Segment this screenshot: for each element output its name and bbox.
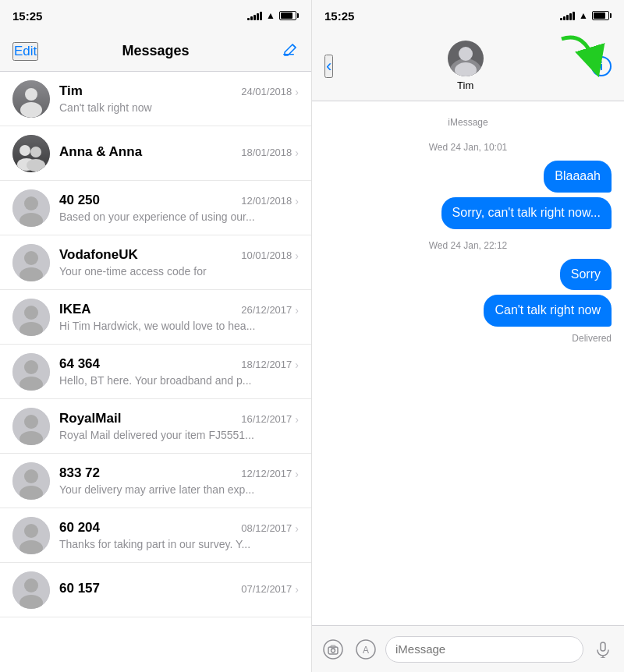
- svg-point-1: [25, 88, 37, 101]
- conv-preview-40250: Based on your experience of using our...: [59, 210, 299, 223]
- conv-date-60157: 07/12/2017: [241, 583, 292, 595]
- message-label-date2: Wed 24 Jan, 22:12: [324, 240, 612, 251]
- message-row-cant-talk: Can't talk right now: [324, 295, 612, 327]
- apps-button[interactable]: A: [353, 636, 379, 663]
- conv-name-ikea: IKEA: [59, 302, 91, 317]
- chevron-icon: ›: [295, 468, 299, 480]
- delivered-status: Delivered: [324, 333, 612, 344]
- avatar-83372: [12, 462, 50, 500]
- conv-preview-64364: Hello, BT here. Your broadband and p...: [59, 374, 299, 387]
- svg-point-16: [20, 431, 43, 445]
- status-icons-left: ▲: [247, 10, 299, 21]
- conversation-item-64364[interactable]: 64 364 18/12/2017 › Hello, BT here. Your…: [0, 345, 311, 399]
- chat-header: ‹ Tim i: [312, 31, 624, 101]
- conv-name-anna: Anna & Anna: [59, 144, 142, 160]
- back-button[interactable]: ‹: [324, 55, 333, 78]
- conv-preview-83372: Your delivery may arrive later than exp.…: [59, 483, 299, 496]
- conv-date-vodafone: 10/01/2018: [241, 249, 292, 261]
- chat-contact-info: Tim: [339, 41, 591, 91]
- conv-name-40250: 40 250: [59, 193, 100, 208]
- avatar-royalmail: [12, 408, 50, 445]
- chat-contact-name: Tim: [457, 80, 473, 91]
- svg-point-17: [24, 469, 38, 483]
- conversation-item-royalmail[interactable]: RoyalMail 16/12/2017 › Royal Mail delive…: [0, 399, 311, 454]
- svg-point-3: [20, 145, 30, 156]
- message-row-sorry-cant: Sorry, can't talk right now...: [324, 197, 612, 229]
- svg-point-24: [459, 47, 473, 61]
- wifi-icon: ▲: [266, 10, 275, 21]
- conv-date-83372: 12/12/2017: [241, 468, 292, 479]
- avatar-vodafone: [12, 244, 50, 281]
- chat-avatar-tim: [448, 41, 484, 76]
- compose-button[interactable]: [282, 41, 299, 62]
- signal-icon: [247, 11, 262, 20]
- conv-preview-tim: Can't talk right now: [59, 101, 299, 114]
- conversation-item-60157[interactable]: 60 157 07/12/2017 ›: [0, 563, 311, 617]
- conv-name-83372: 833 72: [59, 465, 100, 481]
- avatar-40250: [12, 189, 50, 227]
- svg-point-13: [24, 360, 38, 374]
- conversation-item-83372[interactable]: 833 72 12/12/2017 › Your delivery may ar…: [0, 454, 311, 508]
- conv-name-royalmail: RoyalMail: [59, 411, 121, 426]
- avatar-64364: [12, 353, 50, 391]
- conversation-item-anna[interactable]: Anna & Anna 18/01/2018 ›: [0, 126, 311, 181]
- conv-date-anna: 18/01/2018: [241, 147, 292, 158]
- chevron-icon: ›: [295, 522, 299, 535]
- conv-name-tim: Tim: [59, 83, 83, 99]
- conv-date-royalmail: 16/12/2017: [241, 413, 292, 425]
- message-bubble-sorry-cant: Sorry, can't talk right now...: [441, 197, 612, 229]
- conversation-item-ikea[interactable]: IKEA 26/12/2017 › Hi Tim Hardwick, we wo…: [0, 290, 311, 345]
- conversation-item-vodafone[interactable]: VodafoneUK 10/01/2018 › Your one-time ac…: [0, 235, 311, 290]
- message-bubble-cant-talk: Can't talk right now: [484, 295, 612, 327]
- messages-header: Edit Messages: [0, 31, 311, 72]
- svg-point-6: [27, 159, 45, 172]
- svg-text:A: A: [363, 645, 369, 656]
- message-row-blaaaah: Blaaaah: [324, 161, 612, 193]
- svg-point-10: [20, 267, 43, 281]
- chevron-icon: ›: [295, 304, 299, 317]
- chat-panel: 15:25 ▲ ‹: [312, 0, 624, 672]
- svg-point-22: [20, 595, 43, 609]
- mic-button[interactable]: [590, 636, 616, 663]
- info-button[interactable]: i: [591, 56, 612, 76]
- messages-title: Messages: [122, 43, 189, 59]
- camera-button[interactable]: [320, 636, 346, 663]
- avatar-ikea: [12, 299, 50, 336]
- signal-icon-right: [560, 11, 575, 20]
- status-icons-right: ▲: [560, 10, 612, 21]
- svg-point-9: [24, 251, 38, 265]
- conversation-item-60204[interactable]: 60 204 08/12/2017 › Thanks for taking pa…: [0, 508, 311, 563]
- conversation-item-tim[interactable]: Tim 24/01/2018 › Can't talk right now: [0, 72, 311, 126]
- conv-date-40250: 12/01/2018: [241, 195, 292, 207]
- svg-point-8: [20, 213, 43, 227]
- conv-name-60204: 60 204: [59, 520, 100, 536]
- edit-button[interactable]: Edit: [12, 42, 38, 61]
- chevron-icon: ›: [295, 147, 299, 159]
- chevron-icon: ›: [295, 86, 299, 98]
- message-bubble-blaaaah: Blaaaah: [544, 161, 612, 193]
- svg-point-15: [24, 415, 38, 429]
- message-bubble-sorry: Sorry: [560, 259, 612, 291]
- svg-point-20: [20, 540, 43, 554]
- svg-point-14: [20, 377, 43, 391]
- conv-date-60204: 08/12/2017: [241, 522, 292, 534]
- avatar-60204: [12, 517, 50, 554]
- chevron-icon: ›: [295, 359, 299, 371]
- conv-preview-60204: Thanks for taking part in our survey. Y.…: [59, 538, 299, 550]
- svg-point-29: [332, 649, 335, 653]
- svg-point-11: [24, 306, 38, 320]
- svg-point-2: [20, 102, 42, 118]
- conv-date-ikea: 26/12/2017: [241, 304, 292, 316]
- message-input[interactable]: [385, 636, 583, 663]
- svg-point-12: [20, 322, 43, 336]
- conv-preview-ikea: Hi Tim Hardwick, we would love to hea...: [59, 320, 299, 332]
- time-right: 15:25: [324, 9, 354, 23]
- conversation-item-40250[interactable]: 40 250 12/01/2018 › Based on your experi…: [0, 181, 311, 235]
- conv-date-64364: 18/12/2017: [241, 359, 292, 370]
- conv-preview-royalmail: Royal Mail delivered your item FJ5551...: [59, 429, 299, 441]
- conv-preview-vodafone: Your one-time access code for: [59, 265, 299, 278]
- battery-icon-right: [592, 11, 612, 20]
- conversations-list: Tim 24/01/2018 › Can't talk right now: [0, 72, 311, 672]
- message-row-sorry: Sorry: [324, 259, 612, 291]
- svg-point-18: [20, 486, 43, 500]
